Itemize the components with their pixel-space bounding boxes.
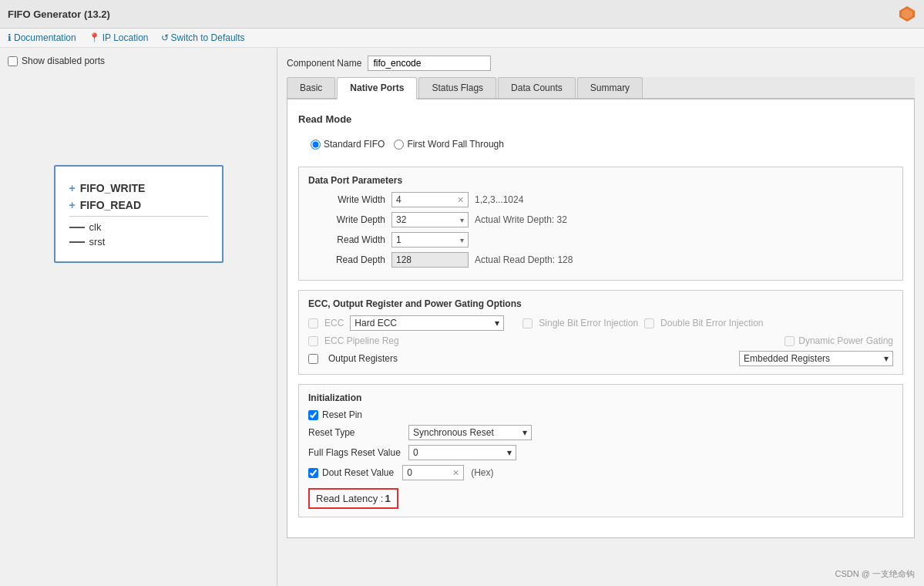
single-bit-error-checkbox[interactable] (522, 318, 533, 328)
fifo-write-port: + FIFO_WRITE (69, 182, 208, 194)
ecc-dropdown[interactable]: Hard ECC ▾ (350, 315, 504, 331)
full-flags-value: 0 (413, 447, 418, 458)
write-depth-hint: Actual Write Depth: 32 (475, 214, 567, 225)
ecc-pipeline-reg-label: ECC Pipeline Reg (324, 335, 399, 346)
double-bit-error-checkbox[interactable] (644, 318, 654, 328)
dout-reset-checkbox[interactable] (308, 468, 318, 478)
ecc-dropdown-arrow-icon: ▾ (495, 318, 499, 328)
location-icon: 📍 (89, 32, 100, 43)
documentation-link[interactable]: ℹ Documentation (8, 32, 76, 43)
read-width-label: Read Width (308, 234, 385, 245)
full-flags-row: Full Flags Reset Value 0 ▾ (308, 445, 893, 460)
title-bar: FIFO Generator (13.2) (0, 0, 924, 29)
dout-reset-input: 0 ✕ (402, 465, 464, 480)
standard-fifo-radio[interactable] (311, 140, 321, 150)
reset-type-dropdown[interactable]: Synchronous Reset ▾ (408, 425, 532, 440)
data-port-params-title: Data Port Parameters (308, 175, 893, 186)
standard-fifo-option[interactable]: Standard FIFO (311, 139, 385, 150)
tab-summary[interactable]: Summary (577, 77, 643, 98)
dout-reset-value: 0 (407, 467, 412, 478)
read-depth-row: Read Depth 128 Actual Read Depth: 128 (308, 252, 893, 268)
write-depth-value: 32 (396, 214, 406, 225)
ecc-main-row: ECC Hard ECC ▾ Single Bit Error Injectio… (308, 315, 893, 331)
fifo-divider (69, 216, 208, 217)
ecc-pipeline-reg-checkbox[interactable] (308, 336, 318, 346)
write-width-input-container: 4 ✕ (391, 192, 469, 207)
right-panel: Component Name Basic Native Ports Status… (277, 48, 924, 586)
output-registers-checkbox[interactable] (308, 354, 318, 364)
srst-signal: srst (69, 236, 208, 248)
show-disabled-ports-checkbox[interactable] (8, 56, 18, 66)
switch-to-defaults-link[interactable]: ↺ Switch to Defaults (161, 32, 245, 43)
reset-pin-row: Reset Pin (308, 409, 893, 420)
fwft-label: First Word Fall Through (407, 139, 504, 150)
full-flags-dropdown[interactable]: 0 ▾ (408, 445, 516, 460)
fifo-write-plus-icon: + (69, 182, 76, 194)
write-depth-label: Write Depth (308, 214, 385, 225)
dynamic-power-gating-label: Dynamic Power Gating (798, 335, 893, 346)
dynamic-power-gating-checkbox[interactable] (785, 336, 795, 346)
dout-reset-clear-icon[interactable]: ✕ (452, 468, 459, 478)
read-width-input[interactable]: 1 ▾ (391, 232, 469, 248)
fwft-radio[interactable] (394, 140, 404, 150)
dout-reset-row: Dout Reset Value 0 ✕ (Hex) (308, 465, 893, 480)
reset-type-arrow-icon: ▾ (522, 427, 527, 438)
write-width-hint: 1,2,3...1024 (475, 194, 523, 205)
main-layout: Show disabled ports + FIFO_WRITE + FIFO_… (0, 48, 924, 586)
fifo-box: + FIFO_WRITE + FIFO_READ clk srst (54, 165, 223, 263)
single-bit-error-label: Single Bit Error Injection (539, 318, 638, 328)
fifo-read-port: + FIFO_READ (69, 199, 208, 211)
tab-status-flags[interactable]: Status Flags (418, 77, 496, 98)
reset-type-label: Reset Type (308, 427, 408, 438)
tab-native-ports[interactable]: Native Ports (337, 77, 417, 99)
component-name-row: Component Name (287, 56, 915, 71)
write-depth-row: Write Depth 32 ▾ Actual Write Depth: 32 (308, 212, 893, 227)
tab-basic[interactable]: Basic (287, 77, 335, 98)
full-flags-arrow-icon: ▾ (507, 447, 512, 458)
output-reg-dropdown-arrow-icon: ▾ (884, 353, 889, 364)
switch-to-defaults-label: Switch to Defaults (171, 32, 245, 43)
write-width-label: Write Width (308, 194, 385, 205)
watermark: CSDN @ 一支绝命钩 (835, 568, 915, 580)
read-depth-label: Read Depth (308, 254, 385, 265)
refresh-icon: ↺ (161, 32, 169, 43)
read-depth-value: 128 (396, 254, 412, 265)
ecc-dropdown-value: Hard ECC (354, 318, 397, 328)
output-reg-dropdown[interactable]: Embedded Registers ▾ (739, 351, 893, 366)
read-mode-title: Read Mode (298, 113, 903, 125)
documentation-label: Documentation (14, 32, 76, 43)
fifo-write-label: FIFO_WRITE (80, 182, 146, 194)
show-disabled-row: Show disabled ports (8, 56, 269, 66)
reset-type-row: Reset Type Synchronous Reset ▾ (308, 425, 893, 440)
output-registers-label: Output Registers (328, 353, 398, 364)
show-disabled-ports-label: Show disabled ports (22, 56, 105, 66)
component-name-input[interactable] (368, 56, 491, 71)
srst-label: srst (89, 236, 106, 248)
fwft-option[interactable]: First Word Fall Through (394, 139, 504, 150)
dout-reset-label: Dout Reset Value (322, 467, 394, 478)
tab-bar: Basic Native Ports Status Flags Data Cou… (287, 77, 915, 99)
write-width-clear-icon[interactable]: ✕ (457, 195, 464, 205)
reset-pin-label: Reset Pin (322, 409, 362, 420)
ip-location-link[interactable]: 📍 IP Location (89, 32, 149, 43)
xilinx-logo-icon (898, 5, 916, 23)
clk-line-icon (69, 227, 85, 228)
read-width-arrow-icon: ▾ (460, 236, 464, 244)
read-width-row: Read Width 1 ▾ (308, 232, 893, 248)
read-mode-radio-row: Standard FIFO First Word Fall Through (298, 133, 903, 156)
fifo-read-plus-icon: + (69, 199, 76, 211)
initialization-title: Initialization (308, 392, 893, 403)
reset-pin-checkbox[interactable] (308, 410, 318, 420)
read-latency-value: 1 (385, 493, 390, 504)
ecc-pipeline-row: ECC Pipeline Reg Dynamic Power Gating (308, 335, 893, 346)
info-icon: ℹ (8, 32, 12, 43)
ecc-checkbox[interactable] (308, 318, 318, 328)
ecc-title: ECC, Output Register and Power Gating Op… (308, 298, 893, 309)
write-depth-input[interactable]: 32 ▾ (391, 212, 469, 227)
full-flags-label: Full Flags Reset Value (308, 447, 408, 458)
fifo-read-label: FIFO_READ (80, 199, 141, 211)
tab-data-counts[interactable]: Data Counts (498, 77, 576, 98)
reset-type-value: Synchronous Reset (413, 427, 494, 438)
clk-label: clk (89, 221, 102, 233)
clk-signal: clk (69, 221, 208, 233)
